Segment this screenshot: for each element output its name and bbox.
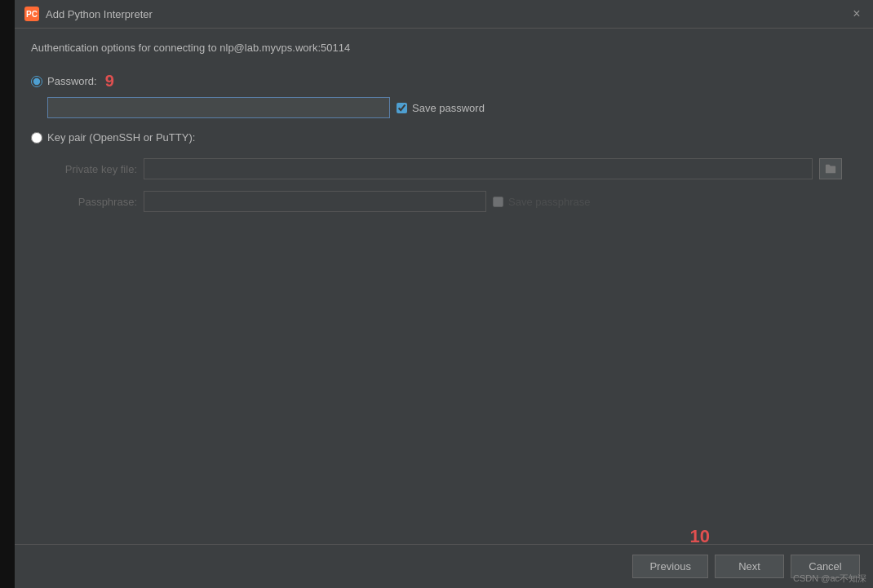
keypair-option-row: Key pair (OpenSSH or PuTTY): [31,128,857,147]
keypair-radio-label: Key pair (OpenSSH or PuTTY): [47,131,195,144]
dialog-footer: 10 Previous Next Cancel [15,544,873,588]
watermark: CSDN @ac不知深 [793,573,866,585]
next-button[interactable]: Next [715,555,784,578]
dialog-title: Add Python Interpreter [46,8,153,20]
previous-button[interactable]: Previous [632,555,708,578]
keypair-radio[interactable] [31,132,42,144]
save-passphrase-label: Save passphrase [508,196,590,208]
save-password-row: Save password [397,102,485,114]
password-input[interactable] [47,97,390,118]
folder-icon [825,163,836,175]
save-passphrase-checkbox [493,197,503,207]
auth-subtitle: Authentication options for connecting to… [31,42,857,54]
save-passphrase-row: Save passphrase [493,196,590,208]
password-radio-label: Password: [47,75,97,87]
private-key-row: Private key file: [47,158,857,179]
step9-number: 9 [105,72,114,91]
private-key-label: Private key file: [47,163,137,175]
save-password-checkbox[interactable] [397,103,407,113]
step10-number: 10 [690,526,710,547]
close-button[interactable]: × [850,7,863,20]
title-bar: PC Add Python Interpreter × [15,0,873,29]
browse-button [819,158,842,179]
password-input-row: Save password [47,97,857,118]
save-password-label: Save password [412,102,485,114]
passphrase-label: Passphrase: [47,196,137,208]
auth-form: Password: 9 Save password Key pair (Open… [31,69,857,212]
password-option-row: Password: 9 [31,69,857,94]
password-radio[interactable] [31,76,42,87]
passphrase-row: Passphrase: Save passphrase [47,191,857,212]
private-key-input [144,158,813,179]
dialog: PC Add Python Interpreter × Authenticati… [15,0,873,588]
app-icon: PC [24,7,39,21]
title-left: PC Add Python Interpreter [24,7,153,21]
dialog-content: Authentication options for connecting to… [15,29,873,544]
passphrase-input [144,191,486,212]
